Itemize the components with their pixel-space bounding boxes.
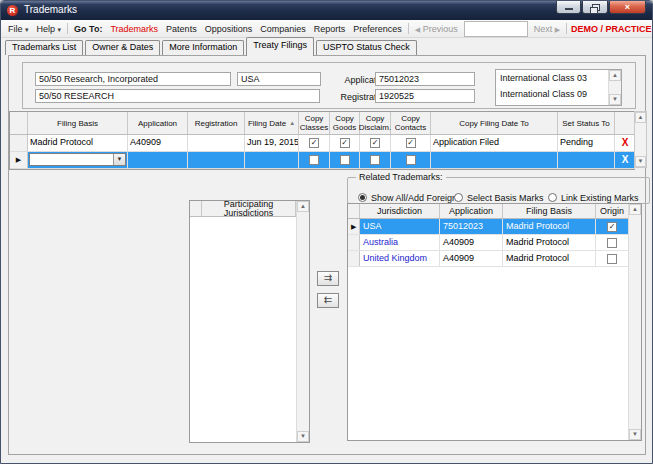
copy-goods-checkbox[interactable]: ✓ — [340, 155, 350, 165]
col-copy-contacts[interactable]: Copy Contacts — [391, 112, 431, 134]
table-row[interactable]: ▶ USA 75012023 Madrid Protocol ✓ — [348, 219, 641, 235]
row-selector-cell[interactable]: ▶ — [348, 251, 360, 266]
col-filing-date[interactable]: Filing Date▲ — [245, 112, 299, 134]
copy-classes-checkbox[interactable]: ✓ — [309, 138, 319, 148]
table-row[interactable]: ▶ ▼ ✓ ✓ ✓ ✓ X — [10, 152, 635, 169]
cell-filing-basis[interactable]: Madrid Protocol — [28, 135, 128, 151]
cell-filing-basis[interactable]: Madrid Protocol — [503, 235, 596, 250]
menu-companies[interactable]: Companies — [258, 23, 308, 35]
filings-grid-scrollbar[interactable]: ▲ ▼ — [634, 111, 647, 168]
radio-icon[interactable] — [454, 193, 463, 202]
cell-filing-basis[interactable]: Madrid Protocol — [503, 251, 596, 266]
row-selector-cell[interactable]: ▶ — [348, 235, 360, 250]
jurisdiction-field[interactable] — [237, 72, 321, 86]
international-classes-listbox[interactable]: International Class 03 International Cla… — [495, 69, 622, 106]
menu-trademarks[interactable]: Trademarks — [108, 23, 160, 35]
col-filing-basis[interactable]: Filing Basis — [28, 112, 128, 134]
col-copy-goods[interactable]: Copy Goods — [330, 112, 360, 134]
cell-registration[interactable] — [188, 152, 245, 168]
origin-checkbox[interactable]: ✓ — [607, 238, 617, 248]
cell-application[interactable]: A40909 — [128, 135, 188, 151]
add-jurisdiction-button[interactable]: ⇉ — [317, 271, 339, 286]
dropdown-arrow-icon[interactable]: ▼ — [113, 154, 125, 165]
scroll-up-icon[interactable]: ▲ — [629, 204, 641, 215]
radio-icon[interactable] — [548, 193, 557, 202]
scroll-down-icon[interactable]: ▼ — [635, 156, 646, 167]
copy-disclaim-checkbox[interactable]: ✓ — [370, 155, 380, 165]
col-copy-disclaim[interactable]: Copy Disclaim. — [360, 112, 391, 134]
tab-more-information[interactable]: More Information — [162, 40, 244, 55]
scroll-up-icon[interactable]: ▲ — [609, 70, 621, 81]
cell-set-status-to[interactable] — [558, 152, 615, 168]
classes-scrollbar[interactable]: ▲ ▼ — [608, 70, 621, 105]
cell-filing-date[interactable]: Jun 19, 2015 — [245, 135, 299, 151]
col-set-status-to[interactable]: Set Status To — [558, 112, 615, 134]
scroll-down-icon[interactable]: ▼ — [297, 431, 309, 442]
radio-icon[interactable] — [358, 193, 367, 202]
menu-oppositions[interactable]: Oppositions — [203, 23, 255, 35]
table-row[interactable]: ▶ Australia A40909 Madrid Protocol ✓ — [348, 235, 641, 251]
owner-name-field[interactable] — [35, 72, 231, 86]
cell-application[interactable] — [128, 152, 188, 168]
origin-checkbox[interactable]: ✓ — [607, 222, 617, 232]
table-row[interactable]: ▶ United Kingdom A40909 Madrid Protocol … — [348, 251, 641, 267]
table-row[interactable]: ▶ Madrid Protocol A40909 Jun 19, 2015 ✓ … — [10, 135, 635, 152]
tab-trademarks-list[interactable]: Trademarks List — [5, 40, 83, 55]
close-button[interactable]: × — [609, 1, 646, 14]
row-selector-cell[interactable]: ▶ — [348, 219, 360, 234]
menu-patents[interactable]: Patents — [164, 23, 199, 35]
delete-row-button[interactable]: X — [615, 135, 635, 151]
cell-filing-date[interactable] — [245, 152, 299, 168]
tab-treaty-filings[interactable]: Treaty Filings — [246, 37, 314, 56]
class-list-item[interactable]: International Class 03 — [496, 70, 621, 86]
cell-jurisdiction[interactable]: USA — [360, 219, 440, 234]
filing-basis-combobox[interactable]: ▼ — [29, 153, 126, 166]
tab-owner-dates[interactable]: Owner & Dates — [85, 40, 160, 55]
copy-disclaim-checkbox[interactable]: ✓ — [370, 138, 380, 148]
scroll-down-icon[interactable]: ▼ — [609, 94, 621, 105]
restore-button[interactable] — [582, 1, 608, 14]
row-selector-cell[interactable]: ▶ — [10, 152, 28, 168]
col-origin[interactable]: Origin — [596, 204, 629, 218]
previous-button[interactable]: ◀ Previous — [413, 23, 460, 35]
scroll-down-icon[interactable]: ▼ — [629, 429, 641, 440]
remove-jurisdiction-button[interactable]: ⇇ — [317, 293, 339, 308]
col-application[interactable]: Application — [440, 204, 503, 218]
copy-contacts-checkbox[interactable]: ✓ — [406, 155, 416, 165]
next-button[interactable]: Next ▶ — [532, 23, 562, 35]
menu-reports[interactable]: Reports — [312, 23, 348, 35]
participating-scrollbar[interactable]: ▲ ▼ — [296, 201, 309, 442]
cell-application[interactable]: 75012023 — [440, 219, 503, 234]
scroll-up-icon[interactable]: ▲ — [635, 112, 646, 123]
copy-classes-checkbox[interactable]: ✓ — [309, 155, 319, 165]
copy-contacts-checkbox[interactable]: ✓ — [406, 138, 416, 148]
tab-uspto-status-check[interactable]: USPTO Status Check — [316, 40, 417, 55]
cell-application[interactable]: A40909 — [440, 251, 503, 266]
cell-jurisdiction[interactable]: United Kingdom — [360, 251, 440, 266]
col-application[interactable]: Application — [128, 112, 188, 134]
registration-number-field[interactable] — [375, 89, 475, 103]
col-registration[interactable]: Registration — [188, 112, 245, 134]
menu-preferences[interactable]: Preferences — [351, 23, 404, 35]
cell-copy-filing-date-to[interactable]: Application Filed — [431, 135, 558, 151]
menu-file[interactable]: File ▾ — [6, 23, 31, 35]
cell-set-status-to[interactable]: Pending — [558, 135, 615, 151]
col-filing-basis[interactable]: Filing Basis — [503, 204, 596, 218]
cell-copy-filing-date-to[interactable] — [431, 152, 558, 168]
related-grid-scrollbar[interactable]: ▲ ▼ — [628, 204, 641, 440]
delete-row-button[interactable]: X — [615, 152, 635, 168]
cell-registration[interactable] — [188, 135, 245, 151]
origin-checkbox[interactable]: ✓ — [607, 254, 617, 264]
col-participating-jurisdictions[interactable]: Participating Jurisdictions — [202, 201, 296, 216]
cell-application[interactable]: A40909 — [440, 235, 503, 250]
minimize-button[interactable] — [556, 1, 581, 14]
application-number-field[interactable] — [375, 72, 475, 86]
cell-jurisdiction[interactable]: Australia — [360, 235, 440, 250]
class-list-item[interactable]: International Class 09 — [496, 86, 621, 102]
col-copy-filing-date-to[interactable]: Copy Filing Date To — [431, 112, 558, 134]
record-search-input[interactable] — [464, 21, 528, 37]
mark-name-field[interactable] — [35, 89, 320, 103]
row-selector-cell[interactable]: ▶ — [10, 135, 28, 151]
col-jurisdiction[interactable]: Jurisdiction — [360, 204, 440, 218]
copy-goods-checkbox[interactable]: ✓ — [340, 138, 350, 148]
